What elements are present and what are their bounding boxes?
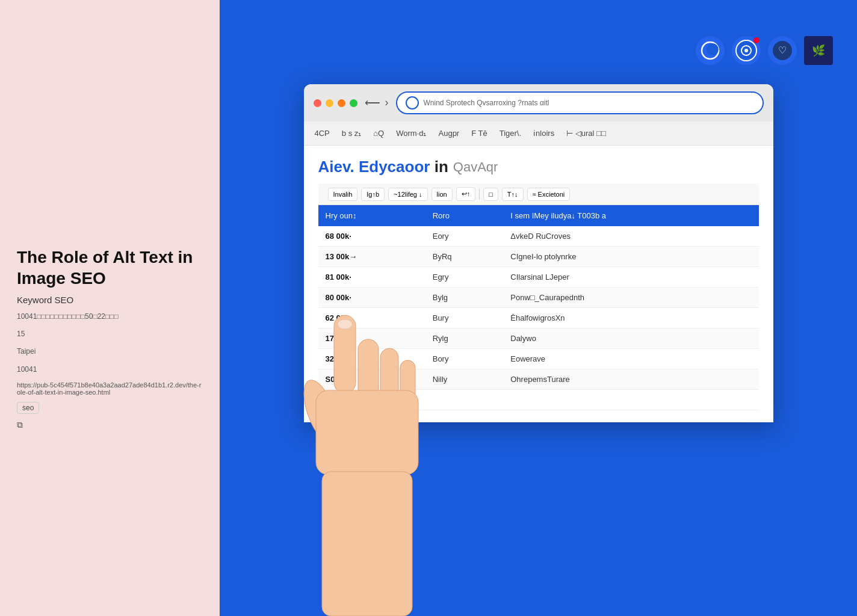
svg-point-16 (338, 319, 352, 329)
toolbar-btn-excietoni[interactable]: ≈ Excietoni (527, 188, 571, 201)
page-title-row: Aiev. Edycaoor in QavAqr (318, 158, 759, 176)
traffic-light-maximize[interactable] (350, 99, 357, 107)
table-cell-7-1: Nilly (425, 369, 504, 390)
toolbar-btn-lion[interactable]: lion (432, 188, 453, 201)
meta-line3: Taipei (17, 346, 203, 357)
table-cell-6-2: Eowerave (503, 349, 758, 369)
table-row[interactable]: 68 00k·EoryΔvkeD RuCroves (318, 226, 759, 247)
toolbar-btn-arrow[interactable]: ↩↑ (456, 187, 476, 201)
svg-text:🌿: 🌿 (812, 44, 826, 57)
table-cell-8-2 (503, 390, 758, 410)
table-cell-6-1: Bory (425, 349, 504, 369)
toolbar-btn-invalih[interactable]: Invalih (328, 188, 358, 201)
col-header-1: Hry oun↕ (318, 205, 425, 226)
table-cell-3-2: Ponw□_Caurapednth (503, 288, 758, 308)
traffic-light-orange[interactable] (338, 99, 345, 107)
nav-item-2[interactable]: ⌂Q (372, 126, 385, 140)
toolbar-btn-12lifeg[interactable]: ~12lifeg ↓ (388, 188, 427, 201)
toolbar-btn-box[interactable]: □ (483, 188, 498, 201)
svg-rect-14 (316, 390, 418, 475)
address-bar[interactable]: Wnind Sprotech Qvsarroxing ?rnats αitl (396, 91, 764, 114)
article-title: The Role of Alt Text in Image SEO (17, 247, 203, 289)
taskbar-icons: ♡ 🌿 (696, 36, 833, 65)
table-cell-4-2: ĒhalfowigrosXn (503, 308, 758, 328)
left-sidebar: The Role of Alt Text in Image SEO Keywor… (0, 0, 220, 616)
keyword-label: Keyword SEO (17, 295, 203, 305)
nav-item-worm[interactable]: Worm·d₁ (395, 126, 427, 140)
table-cell-1-2: CIgneI-lo ptolynrke (503, 247, 758, 267)
svg-text:♡: ♡ (778, 45, 787, 55)
browser-toolbar: Invalih Ig↑b ~12lifeg ↓ lion ↩↑ □ T↑↓ ≈ … (318, 183, 759, 205)
table-cell-5-2: Dalywo (503, 328, 758, 349)
traffic-light-minimize[interactable] (326, 99, 333, 107)
taskbar-icon-moon[interactable] (696, 36, 725, 65)
right-area: ♡ 🌿 ⟵ › Wnind Sprotec (220, 0, 857, 616)
seo-tag: seo (17, 402, 39, 414)
svg-point-4 (744, 49, 748, 52)
taskbar-icon-heart[interactable]: ♡ (768, 36, 797, 65)
page-title-blue: Aiev. Edycaoor in (318, 158, 448, 176)
table-cell-0-0: 68 00k· (318, 226, 425, 247)
table-cell-5-1: Rylg (425, 328, 504, 349)
notification-dot (753, 37, 760, 43)
nav-item-0[interactable]: 4CP (314, 126, 331, 140)
table-cell-3-1: Bylg (425, 288, 504, 308)
table-row[interactable]: 13 00k→ByRqCIgneI-lo ptolynrke (318, 247, 759, 267)
forward-button[interactable]: › (385, 96, 389, 109)
browser-nav-bar: 4CP b s z₁ ⌂Q Worm·d₁ Augpr F Tē Tiger\.… (304, 122, 773, 146)
browser-titlebar: ⟵ › Wnind Sprotech Qvsarroxing ?rnats αi… (304, 84, 773, 122)
toolbar-btn-igtb[interactable]: Ig↑b (361, 188, 385, 201)
col-header-2: Roro (425, 205, 504, 226)
nav-item-1[interactable]: b s z₁ (341, 126, 362, 140)
svg-rect-15 (322, 472, 412, 616)
toolbar-divider (479, 189, 480, 200)
address-text[interactable]: Wnind Sprotech Qvsarroxing ?rnats αitl (424, 99, 549, 107)
copy-icon[interactable]: ⧉ (17, 420, 203, 430)
back-button[interactable]: ⟵ (365, 96, 380, 109)
traffic-lights (314, 99, 357, 107)
table-cell-2-1: Egry (425, 267, 504, 288)
table-cell-8-1 (425, 390, 504, 410)
taskbar-icon-music[interactable] (732, 36, 761, 65)
table-cell-4-1: Bury (425, 308, 504, 328)
browser-nav-buttons[interactable]: ⟵ › (365, 96, 389, 109)
svg-point-1 (707, 43, 719, 55)
table-cell-0-2: ΔvkeD RuCroves (503, 226, 758, 247)
meta-line1: 10041□□□□□□□□□□□50□22□□□ (17, 311, 203, 322)
table-cell-7-2: OhrepemsTurare (503, 369, 758, 390)
col-header-3: I sem IMey iludya↓ T003b a (503, 205, 758, 226)
browser-icon (406, 96, 419, 109)
page-subtitle: QavAqr (453, 159, 498, 175)
table-cell-1-0: 13 00k→ (318, 247, 425, 267)
table-cell-1-1: ByRq (425, 247, 504, 267)
taskbar-icon-leaf[interactable]: 🌿 (804, 36, 833, 65)
nav-item-nloirs[interactable]: ⅰnloirs (532, 126, 555, 140)
nav-item-te[interactable]: F Tē (470, 126, 489, 140)
traffic-light-close[interactable] (314, 99, 321, 107)
meta-line2: 15 (17, 328, 203, 340)
hand-pointer-overlay (256, 267, 436, 616)
table-cell-0-1: Eory (425, 226, 504, 247)
nav-item-tiger[interactable]: Tiger\. (498, 126, 522, 140)
article-url[interactable]: https://pub-5c454f571b8e40a3a2aad27ade84… (17, 381, 203, 396)
nav-item-augpr[interactable]: Augpr (438, 126, 461, 140)
meta-line4: 10041 (17, 364, 203, 375)
toolbar-btn-t[interactable]: T↑↓ (502, 188, 524, 201)
nav-item-ural[interactable]: ⊢ ◁ural □□ (565, 126, 607, 140)
table-cell-2-2: CIlarsinal LJeper (503, 267, 758, 288)
